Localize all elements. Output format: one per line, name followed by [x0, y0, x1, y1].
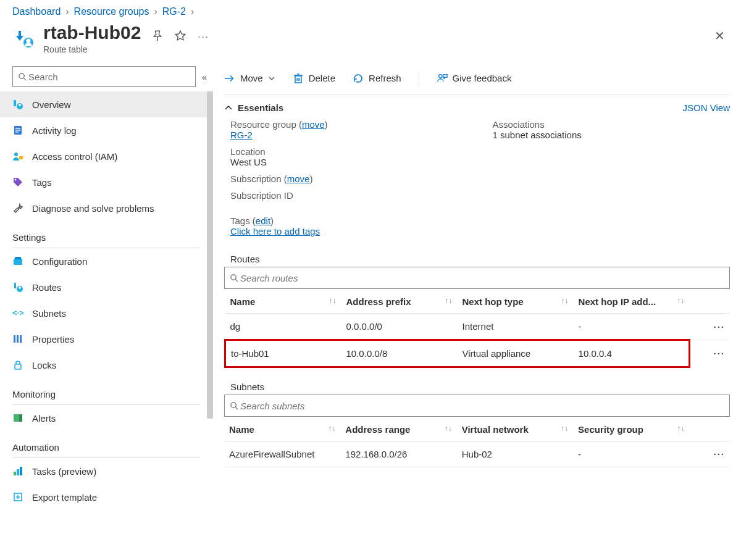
subscription-move-link[interactable]: move	[287, 173, 310, 184]
sidebar-search[interactable]	[12, 66, 196, 87]
sidebar-item-label: Properties	[32, 334, 74, 345]
sort-icon: ↑↓	[328, 424, 335, 433]
essentials-panel: Resource group (move) RG-2 Location West…	[224, 119, 730, 240]
col-hopip[interactable]: Next hop IP add...↑↓	[574, 290, 690, 314]
rg-move-link[interactable]: move	[302, 119, 325, 130]
pin-icon[interactable]	[152, 30, 163, 41]
more-icon[interactable]: ···	[198, 31, 209, 41]
table-row[interactable]: dg 0.0.0.0/0 Internet - ···	[225, 314, 731, 340]
arrow-right-icon	[224, 73, 235, 84]
routes-search[interactable]	[224, 267, 730, 289]
route-hoptype: Internet	[458, 314, 574, 340]
associations-label: Associations	[493, 119, 545, 130]
overview-icon	[12, 99, 23, 110]
add-tags-link[interactable]: Click here to add tags	[230, 226, 320, 236]
subnets-search[interactable]	[224, 395, 730, 417]
col-name[interactable]: Name↑↓	[224, 418, 340, 441]
svg-point-2	[19, 73, 24, 78]
sidebar-item-configuration[interactable]: Configuration	[0, 248, 213, 274]
breadcrumb-resource-groups[interactable]: Resource groups	[74, 6, 149, 17]
route-hopip: -	[574, 314, 690, 340]
sidebar-item-tags[interactable]: Tags	[0, 169, 213, 195]
lock-icon	[12, 359, 23, 370]
row-menu-button[interactable]: ···	[690, 314, 730, 340]
tags-edit-link[interactable]: edit	[256, 215, 270, 226]
delete-button[interactable]: Delete	[293, 73, 335, 84]
sidebar-item-diagnose[interactable]: Diagnose and solve problems	[0, 195, 213, 221]
col-hoptype[interactable]: Next hop type↑↓	[458, 290, 574, 314]
wrench-icon	[12, 203, 23, 214]
svg-point-13	[15, 179, 17, 181]
sort-icon: ↑↓	[445, 296, 453, 305]
sidebar-item-subnets[interactable]: <·> Subnets	[0, 300, 213, 326]
sidebar-item-label: Tags	[32, 177, 52, 188]
close-icon[interactable]: ✕	[714, 28, 725, 43]
subnets-search-input[interactable]	[239, 400, 724, 412]
chevron-right-icon: ›	[191, 6, 194, 17]
star-icon[interactable]	[174, 30, 186, 42]
breadcrumb-dashboard[interactable]: Dashboard	[12, 6, 61, 17]
sidebar-item-activity-log[interactable]: Activity log	[0, 117, 213, 143]
table-row[interactable]: AzureFirewallSubnet 192.168.0.0/26 Hub-0…	[224, 441, 730, 467]
sidebar-item-tasks[interactable]: Tasks (preview)	[0, 458, 213, 484]
feedback-button[interactable]: Give feedback	[437, 73, 512, 84]
routes-search-input[interactable]	[239, 272, 724, 284]
row-menu-button[interactable]: ···	[690, 340, 730, 367]
sidebar-item-locks[interactable]: Locks	[0, 352, 213, 378]
routes-table: Name↑↓ Address prefix↑↓ Next hop type↑↓ …	[224, 290, 730, 368]
rg-value-link[interactable]: RG-2	[230, 130, 253, 140]
row-menu-button[interactable]: ···	[689, 441, 730, 467]
sidebar-item-routes[interactable]: Routes	[0, 274, 213, 300]
svg-rect-27	[17, 469, 19, 475]
subnet-range: 192.168.0.0/26	[340, 441, 456, 467]
svg-rect-21	[17, 335, 19, 343]
routes-heading: Routes	[230, 254, 730, 264]
sidebar-heading-monitoring: Monitoring	[0, 378, 213, 402]
delete-label: Delete	[309, 73, 335, 83]
col-vnet[interactable]: Virtual network↑↓	[457, 418, 573, 441]
svg-point-39	[231, 274, 236, 279]
chevron-up-icon	[224, 104, 233, 112]
svg-rect-23	[15, 364, 21, 369]
sidebar-search-input[interactable]	[27, 71, 190, 83]
sidebar-item-properties[interactable]: Properties	[0, 326, 213, 352]
alerts-icon	[12, 412, 23, 424]
subnets-icon: <·>	[12, 307, 23, 319]
subscription-id-label: Subscription ID	[230, 190, 293, 201]
essentials-toggle[interactable]: Essentials	[224, 102, 283, 113]
table-row-highlighted[interactable]: to-Hub01 10.0.0.0/8 Virtual appliance 10…	[225, 340, 731, 367]
breadcrumb-rg2[interactable]: RG-2	[162, 6, 186, 17]
refresh-button[interactable]: Refresh	[353, 73, 401, 84]
svg-rect-22	[20, 335, 22, 343]
sidebar-item-overview[interactable]: Overview	[0, 91, 213, 117]
divider	[419, 71, 419, 86]
col-sg[interactable]: Security group↑↓	[573, 418, 689, 441]
route-prefix: 0.0.0.0/0	[341, 314, 458, 340]
svg-rect-26	[14, 472, 16, 475]
svg-point-18	[19, 286, 21, 289]
col-range[interactable]: Address range↑↓	[340, 418, 456, 441]
collapse-sidebar-icon[interactable]: «	[202, 72, 204, 82]
route-name: to-Hub01	[225, 340, 341, 367]
sidebar-item-alerts[interactable]: Alerts	[0, 405, 213, 431]
associations-value: 1 subnet associations	[493, 130, 582, 140]
page-title: rtab-Hub02	[43, 22, 141, 43]
move-button[interactable]: Move	[224, 73, 275, 84]
sidebar-item-export-template[interactable]: Export template	[0, 484, 213, 510]
json-view-link[interactable]: JSON View	[683, 102, 730, 113]
sidebar-item-label: Diagnose and solve problems	[32, 203, 154, 214]
search-icon	[18, 72, 27, 81]
sidebar-item-access-control[interactable]: Access control (IAM)	[0, 143, 213, 169]
breadcrumb: Dashboard › Resource groups › RG-2 ›	[0, 0, 741, 20]
svg-rect-9	[15, 130, 20, 131]
svg-rect-24	[14, 414, 19, 422]
subnet-name: AzureFirewallSubnet	[224, 441, 340, 467]
rg-label: Resource group (	[230, 119, 302, 130]
resource-type-label: Route table	[43, 44, 141, 54]
properties-icon	[12, 333, 23, 345]
col-name[interactable]: Name↑↓	[225, 290, 341, 314]
location-value: West US	[230, 157, 267, 167]
col-prefix[interactable]: Address prefix↑↓	[341, 290, 458, 314]
configuration-icon	[12, 256, 23, 267]
sidebar-item-label: Subnets	[32, 308, 66, 319]
